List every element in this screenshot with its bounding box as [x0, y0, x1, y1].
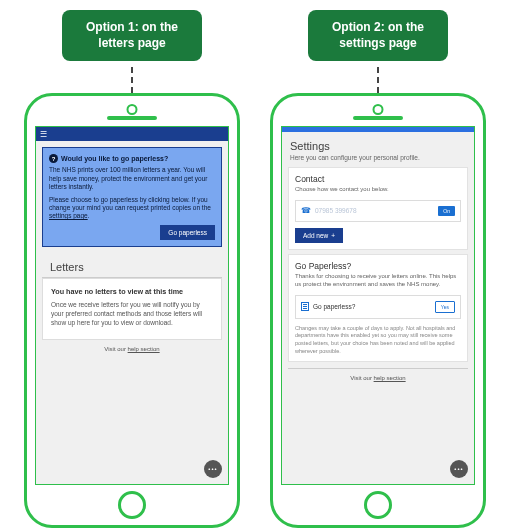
connector-line — [377, 67, 379, 93]
letters-heading: Letters — [42, 253, 222, 278]
banner-title: Would you like to go paperless? — [61, 155, 168, 162]
contact-number: 07985 399678 — [315, 207, 434, 214]
home-button[interactable] — [364, 491, 392, 519]
home-button[interactable] — [118, 491, 146, 519]
gp-row-label: Go paperless? — [313, 303, 431, 310]
screen-1: ☰ ? Would you like to go paperless? The … — [35, 126, 229, 485]
option-2-column: Option 2: on the settings page Settings … — [270, 10, 486, 528]
connector-line — [131, 67, 133, 93]
document-icon — [301, 302, 309, 311]
phone-mockup-2: Settings Here you can configure your per… — [270, 93, 486, 528]
option-1-column: Option 1: on the letters page ☰ ? Would … — [24, 10, 240, 528]
go-paperless-button[interactable]: Go paperless — [160, 225, 215, 240]
help-line: Visit our help section — [36, 346, 228, 352]
speaker-slot — [107, 116, 157, 120]
separator — [288, 368, 468, 369]
screen-2: Settings Here you can configure your per… — [281, 126, 475, 485]
letters-empty-title: You have no letters to view at this time — [51, 287, 213, 296]
letters-empty-body: Once we receive letters for you we will … — [51, 300, 213, 327]
gp-row: Go paperless? Yes — [295, 295, 461, 319]
gp-note: Changes may take a couple of days to app… — [295, 325, 461, 356]
chat-icon[interactable]: ••• — [204, 460, 222, 478]
contact-sub: Choose how we contact you below. — [295, 186, 461, 194]
banner-p1: The NHS prints over 100 million letters … — [49, 166, 215, 191]
gp-title: Go Paperless? — [295, 261, 461, 271]
chat-icon[interactable]: ••• — [450, 460, 468, 478]
banner-p2: Please choose to go paperless by clickin… — [49, 196, 215, 221]
contact-toggle[interactable]: On — [438, 206, 455, 216]
settings-page-link[interactable]: settings page — [49, 212, 88, 219]
help-section-link[interactable]: help section — [128, 346, 160, 352]
contact-title: Contact — [295, 174, 461, 184]
hamburger-icon[interactable]: ☰ — [40, 130, 47, 139]
contact-card: Contact Choose how we contact you below.… — [288, 167, 468, 250]
help-line: Visit our help section — [282, 375, 474, 381]
letters-empty-card: You have no letters to view at this time… — [42, 278, 222, 341]
option-2-badge: Option 2: on the settings page — [308, 10, 448, 61]
settings-subheading: Here you can configure your personal pro… — [290, 154, 466, 161]
question-icon: ? — [49, 154, 58, 163]
app-top-bar: ☰ — [36, 127, 228, 141]
gp-toggle[interactable]: Yes — [435, 301, 455, 313]
settings-heading: Settings — [290, 140, 466, 152]
banner-title-row: ? Would you like to go paperless? — [49, 154, 215, 163]
app-accent-bar — [282, 127, 474, 132]
contact-row: ☎ 07985 399678 On — [295, 200, 461, 222]
option-1-badge: Option 1: on the letters page — [62, 10, 202, 61]
plus-icon: + — [331, 232, 335, 239]
add-new-button[interactable]: Add new + — [295, 228, 343, 243]
phone-icon: ☎ — [301, 206, 311, 215]
add-new-label: Add new — [303, 232, 328, 239]
speaker-slot — [353, 116, 403, 120]
gp-sub: Thanks for choosing to receive your lett… — [295, 273, 461, 289]
help-section-link[interactable]: help section — [374, 375, 406, 381]
paperless-banner: ? Would you like to go paperless? The NH… — [42, 147, 222, 247]
go-paperless-card: Go Paperless? Thanks for choosing to rec… — [288, 254, 468, 362]
phone-mockup-1: ☰ ? Would you like to go paperless? The … — [24, 93, 240, 528]
